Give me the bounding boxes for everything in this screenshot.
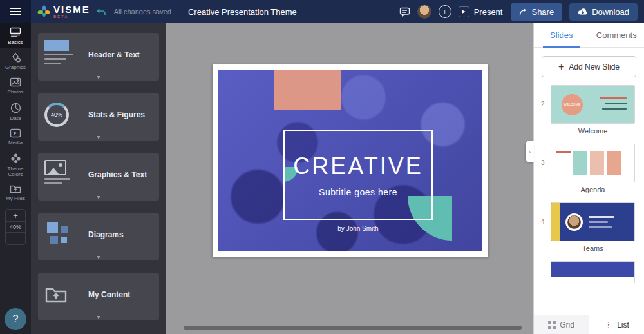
current-slide[interactable]: CREATIVE Subtitle goes here by John Smit… (213, 64, 488, 257)
list-icon: ⋮ (604, 320, 613, 329)
tab-comments[interactable]: Comments (589, 23, 644, 47)
zoom-out-button[interactable]: − (6, 233, 25, 244)
editor-canvas[interactable]: CREATIVE Subtitle goes here by John Smit… (166, 23, 533, 334)
slide-item-teams: 4 Teams (551, 202, 635, 252)
sidebar-item-graphics[interactable]: Graphics (0, 48, 31, 74)
slide-caption: Teams (551, 244, 635, 252)
chevron-down-icon[interactable]: ▾ (97, 253, 100, 260)
header-text-thumbnail (44, 40, 82, 70)
slide-item-agenda: 3 Agenda (551, 144, 635, 193)
slide-background[interactable]: CREATIVE Subtitle goes here by John Smit… (218, 70, 482, 251)
play-icon: ▶ (459, 6, 469, 17)
slide-thumbnail-partial[interactable] (551, 261, 635, 283)
sidebar-item-basics[interactable]: Basics (0, 23, 31, 48)
sidebar-item-my-files[interactable]: My Files (0, 181, 31, 204)
block-header-text[interactable]: Header & Text ▾ (38, 33, 159, 81)
undo-icon[interactable] (97, 8, 106, 16)
add-collaborator-icon[interactable]: + (439, 5, 451, 18)
zoom-in-button[interactable]: + (6, 210, 25, 221)
share-label: Share (531, 7, 554, 17)
document-title[interactable]: Creative Presentation Theme (188, 7, 297, 17)
hamburger-menu-icon[interactable] (0, 0, 31, 23)
download-label: Download (592, 7, 629, 17)
slide-byline[interactable]: by John Smith (283, 225, 433, 232)
slide-thumbnail-list: 2 WELCOME Welcome 3 Agenda (534, 84, 644, 315)
slide-subtitle[interactable]: Subtitle goes here (319, 187, 397, 197)
chevron-down-icon[interactable]: ▾ (97, 74, 100, 81)
left-icon-rail: Basics Graphics Photos Data Media (0, 23, 31, 334)
chevron-down-icon[interactable]: ▾ (97, 133, 100, 141)
logo-beta-label: BETA (53, 15, 90, 19)
my-files-icon (10, 184, 21, 193)
salmon-rectangle-shape[interactable] (274, 70, 341, 110)
add-new-slide-label: Add New Slide (569, 63, 620, 72)
theme-colors-icon (10, 153, 21, 164)
download-button[interactable]: Download (569, 3, 638, 21)
share-button[interactable]: Share (511, 3, 562, 21)
welcome-circle: WELCOME (562, 94, 583, 115)
grid-icon (548, 321, 556, 329)
block-graphics-text[interactable]: Graphics & Text ▾ (38, 153, 159, 201)
slide-thumbnail-teams[interactable] (551, 202, 635, 241)
sidebar-item-media[interactable]: Media (0, 124, 31, 149)
graphics-icon (10, 52, 21, 63)
slide-number: 2 (541, 101, 545, 108)
visme-logo-icon (37, 5, 50, 18)
list-view-button[interactable]: ⋮ List (589, 315, 644, 334)
view-toggle-bar: Grid ⋮ List (534, 315, 644, 334)
slide-caption: Agenda (551, 186, 635, 193)
collapse-panel-button[interactable]: › (526, 141, 534, 162)
horizontal-scrollbar[interactable] (184, 326, 522, 330)
zoom-level[interactable]: 40% (6, 221, 25, 233)
grid-view-button[interactable]: Grid (534, 315, 589, 334)
basics-icon (10, 27, 21, 37)
block-stats-figures[interactable]: 40% Stats & Figures ▾ (38, 93, 159, 141)
logo-wordmark: VISME (53, 5, 90, 14)
add-new-slide-button[interactable]: + Add New Slide (542, 56, 636, 77)
chevron-down-icon[interactable]: ▾ (97, 313, 100, 320)
present-label: Present (474, 7, 503, 17)
zoom-control: + 40% − (5, 209, 26, 245)
data-icon (10, 103, 21, 113)
share-icon (519, 8, 527, 15)
slide-thumbnail-agenda[interactable] (551, 144, 635, 182)
teams-avatar (565, 213, 583, 231)
diagrams-thumbnail (44, 220, 82, 250)
panel-tabs: Slides Comments (534, 23, 644, 48)
comments-icon[interactable] (399, 7, 410, 17)
photos-icon (10, 77, 21, 87)
present-button[interactable]: ▶ Present (459, 6, 503, 17)
slide-thumbnail-welcome[interactable]: WELCOME (551, 85, 635, 124)
sidebar-item-data[interactable]: Data (0, 99, 31, 124)
slide-number: 3 (541, 159, 545, 166)
slide-caption: Welcome (551, 127, 635, 135)
autosave-status: All changes saved (114, 8, 171, 15)
chevron-down-icon[interactable]: ▾ (97, 193, 100, 201)
media-icon (10, 128, 21, 138)
folder-icon (44, 286, 68, 304)
sidebar-item-theme-colors[interactable]: Theme Colors (0, 149, 31, 181)
block-my-content[interactable]: My Content ▾ (38, 273, 159, 320)
help-button[interactable]: ? (5, 308, 26, 330)
graphics-text-thumbnail (44, 160, 82, 190)
slide-title[interactable]: CREATIVE (293, 153, 422, 180)
visme-logo[interactable]: VISME BETA (37, 5, 90, 19)
top-bar: VISME BETA All changes saved Creative Pr… (0, 0, 644, 23)
tab-slides[interactable]: Slides (534, 23, 589, 47)
slide-item-welcome: 2 WELCOME Welcome (551, 85, 635, 135)
title-frame[interactable]: CREATIVE Subtitle goes here (283, 130, 433, 220)
stats-figures-thumbnail: 40% (44, 100, 82, 130)
block-diagrams[interactable]: Diagrams ▾ (38, 213, 159, 260)
download-cloud-icon (578, 8, 588, 15)
sidebar-item-photos[interactable]: Photos (0, 74, 31, 98)
slides-panel: › Slides Comments + Add New Slide 2 WELC… (533, 23, 644, 334)
user-avatar[interactable] (417, 5, 431, 19)
content-blocks-panel: Header & Text ▾ 40% Stats & Figures ▾ Gr… (31, 23, 166, 334)
plus-icon: + (558, 62, 564, 72)
my-content-thumbnail (44, 280, 82, 309)
slide-number: 4 (541, 218, 545, 225)
